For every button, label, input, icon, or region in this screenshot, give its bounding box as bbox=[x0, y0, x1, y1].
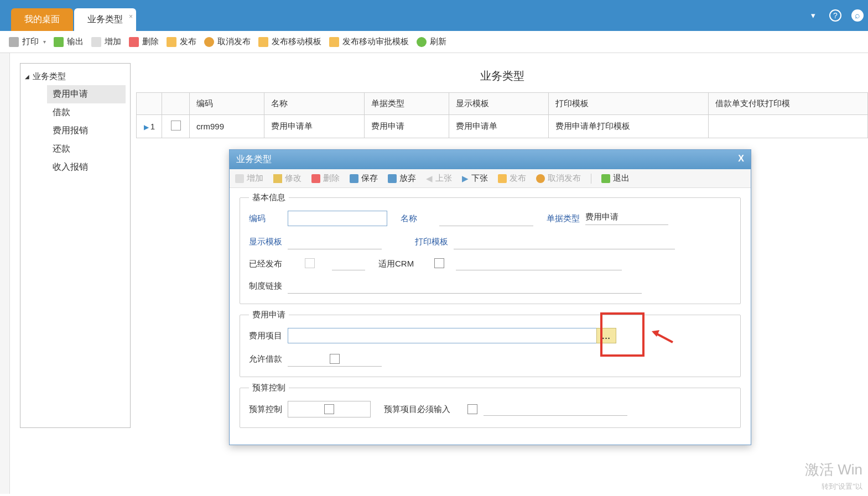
print-icon bbox=[9, 37, 19, 47]
dialog-body: 基本信息 编码 名称 单据类型 费用申请 显示模板 bbox=[230, 188, 751, 445]
export-button[interactable]: 输出 bbox=[54, 36, 84, 47]
print-label: 打印 bbox=[22, 36, 39, 47]
code-input[interactable] bbox=[288, 211, 387, 226]
watermark-line1: 激活 Win bbox=[805, 460, 862, 479]
nav-tree: ◢ 业务类型 费用申请 借款 费用报销 还款 收入报销 bbox=[20, 63, 131, 428]
name-input[interactable] bbox=[439, 211, 533, 226]
printtpl-label: 打印模板 bbox=[415, 237, 454, 247]
tab-label: 我的桌面 bbox=[24, 14, 60, 24]
row-pointer-icon: ▶ bbox=[144, 123, 150, 131]
code-field: 编码 bbox=[249, 211, 387, 226]
dlg-save-button[interactable]: 保存 bbox=[350, 173, 378, 184]
add-icon bbox=[91, 37, 101, 47]
expense-item-lookup: ... bbox=[288, 328, 616, 343]
add-button[interactable]: 增加 bbox=[91, 36, 121, 47]
unpublish-icon bbox=[204, 37, 214, 47]
dialog-close-button[interactable]: X bbox=[738, 154, 744, 165]
col-displaytpl[interactable]: 显示模板 bbox=[449, 93, 548, 115]
cell-billtype[interactable]: 费用申请 bbox=[364, 115, 449, 138]
tree-item-income-reimburse[interactable]: 收入报销 bbox=[47, 158, 126, 176]
cell-loanprint[interactable] bbox=[708, 115, 867, 138]
unpublish-label: 取消发布 bbox=[217, 36, 251, 47]
cell-displaytpl[interactable]: 费用申请单 bbox=[449, 115, 548, 138]
row-checkbox[interactable] bbox=[171, 121, 181, 130]
refresh-button[interactable]: 刷新 bbox=[417, 36, 446, 47]
cell-name[interactable]: 费用申请单 bbox=[264, 115, 364, 138]
crm-checkbox[interactable] bbox=[434, 258, 444, 268]
publish-mobile-approve-label: 发布移动审批模板 bbox=[342, 36, 409, 47]
dlg-next-button[interactable]: ▶下张 bbox=[462, 173, 488, 184]
toolbar-separator bbox=[591, 174, 591, 184]
unpublish-button[interactable]: 取消发布 bbox=[204, 36, 251, 47]
delete-icon bbox=[129, 37, 139, 47]
chevron-down-icon: ▾ bbox=[43, 39, 46, 45]
col-loanprint[interactable]: 借款单支付联打印模 bbox=[708, 93, 867, 115]
dlg-unpublish-button[interactable]: 取消发布 bbox=[536, 173, 581, 184]
displaytpl-input[interactable] bbox=[288, 234, 382, 249]
cell-printtpl[interactable]: 费用申请单打印模板 bbox=[549, 115, 708, 138]
delete-icon bbox=[311, 174, 320, 183]
dlg-delete-button[interactable]: 删除 bbox=[311, 173, 340, 184]
tab-desktop[interactable]: 我的桌面 bbox=[11, 8, 73, 31]
tab-close-icon[interactable]: × bbox=[129, 13, 133, 20]
dlg-exit-button[interactable]: 退出 bbox=[601, 173, 630, 184]
dialog-toolbar: 增加 修改 删除 保存 放弃 ◀上张 ▶下张 发布 取消发布 退出 bbox=[230, 169, 751, 188]
delete-button[interactable]: 删除 bbox=[129, 36, 159, 47]
billtype-value[interactable]: 费用申请 bbox=[585, 212, 668, 225]
basic-info-legend: 基本信息 bbox=[249, 192, 289, 203]
budget-ctrl-checkbox[interactable] bbox=[324, 404, 334, 414]
watermark-line2: 转到"设置"以 bbox=[822, 482, 862, 492]
published-checkbox[interactable] bbox=[305, 258, 315, 268]
displaytpl-label: 显示模板 bbox=[249, 237, 288, 247]
expense-item-input[interactable] bbox=[288, 328, 597, 343]
budget-required-label: 预算项目必须输入 bbox=[384, 404, 461, 415]
tree-root-label: 业务类型 bbox=[33, 71, 66, 82]
print-button[interactable]: 打印▾ bbox=[9, 36, 46, 47]
dlg-discard-button[interactable]: 放弃 bbox=[388, 173, 416, 184]
page-title: 业务类型 bbox=[136, 63, 868, 92]
tree-item-expense-reimburse[interactable]: 费用报销 bbox=[47, 122, 126, 140]
mobile-tpl-icon bbox=[258, 37, 268, 47]
export-icon bbox=[54, 37, 64, 47]
row-checkbox-cell bbox=[162, 115, 190, 138]
add-label: 增加 bbox=[105, 36, 121, 47]
dlg-publish-button[interactable]: 发布 bbox=[498, 173, 526, 184]
dlg-edit-button[interactable]: 修改 bbox=[273, 173, 302, 184]
grid-row[interactable]: ▶1 crm999 费用申请单 费用申请 费用申请单 费用申请单打印模板 bbox=[137, 115, 868, 138]
col-printtpl[interactable]: 打印模板 bbox=[549, 93, 708, 115]
prev-icon: ◀ bbox=[426, 174, 433, 184]
tree-item-loan[interactable]: 借款 bbox=[47, 103, 126, 122]
tab-strip: 我的桌面 业务类型 × bbox=[0, 0, 136, 31]
tab-business-type[interactable]: 业务类型 × bbox=[74, 8, 136, 31]
grid-header-row: 编码 名称 单据类型 显示模板 打印模板 借款单支付联打印模 bbox=[137, 93, 868, 115]
expense-item-lookup-button[interactable]: ... bbox=[596, 328, 616, 343]
tree-root[interactable]: ◢ 业务类型 bbox=[25, 71, 126, 82]
dlg-prev-button[interactable]: ◀上张 bbox=[426, 173, 452, 184]
publish-button[interactable]: 发布 bbox=[167, 36, 196, 47]
mobile-approve-icon bbox=[329, 37, 339, 47]
dropdown-icon[interactable]: ▾ bbox=[807, 9, 819, 22]
printtpl-input[interactable] bbox=[454, 234, 675, 249]
published-field: 已经发布 bbox=[249, 257, 365, 270]
allow-loan-checkbox[interactable] bbox=[330, 354, 340, 364]
publish-mobile-approve-tpl-button[interactable]: 发布移动审批模板 bbox=[329, 36, 409, 47]
tpl-row: 显示模板 打印模板 bbox=[249, 234, 731, 249]
help-icon[interactable]: ? bbox=[829, 9, 841, 22]
search-icon[interactable]: ⌕ bbox=[851, 9, 864, 22]
allow-loan-label: 允许借款 bbox=[249, 354, 288, 364]
tree-item-expense-apply[interactable]: 费用申请 bbox=[47, 85, 126, 103]
col-code[interactable]: 编码 bbox=[190, 93, 264, 115]
dlg-add-button[interactable]: 增加 bbox=[235, 173, 263, 184]
code-label: 编码 bbox=[249, 213, 288, 224]
budget-control-section: 预算控制 预算控制 预算项目必须输入 bbox=[240, 383, 741, 428]
col-billtype[interactable]: 单据类型 bbox=[364, 93, 449, 115]
data-grid: 编码 名称 单据类型 显示模板 打印模板 借款单支付联打印模 ▶1 crm999… bbox=[136, 92, 868, 138]
publish-mobile-tpl-button[interactable]: 发布移动模板 bbox=[258, 36, 321, 47]
tree-item-repay[interactable]: 还款 bbox=[47, 140, 126, 158]
tree-collapse-icon[interactable]: ◢ bbox=[25, 74, 29, 80]
publish-label: 发布 bbox=[180, 36, 196, 47]
col-name[interactable]: 名称 bbox=[264, 93, 364, 115]
link-input[interactable] bbox=[288, 278, 642, 294]
budget-required-checkbox[interactable] bbox=[467, 404, 477, 414]
cell-code[interactable]: crm999 bbox=[190, 115, 264, 138]
